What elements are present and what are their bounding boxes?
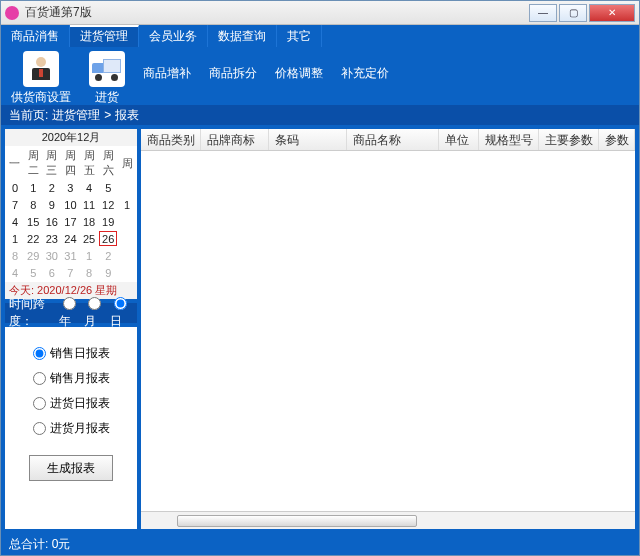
col-header[interactable]: 商品类别: [141, 129, 201, 150]
tab-3[interactable]: 数据查询: [208, 25, 277, 47]
tab-1[interactable]: 进货管理: [70, 25, 139, 47]
close-button[interactable]: ✕: [589, 4, 635, 22]
calendar-day[interactable]: 16: [44, 214, 61, 229]
report-option-3[interactable]: 进货月报表: [33, 420, 110, 437]
col-header[interactable]: 参数: [599, 129, 635, 150]
calendar-day[interactable]: 25: [81, 231, 98, 246]
reprice-button[interactable]: 补充定价: [341, 51, 389, 82]
calendar-day[interactable]: 1: [7, 231, 23, 246]
calendar-day[interactable]: 31: [62, 248, 79, 263]
calendar-day[interactable]: 8: [7, 248, 23, 263]
calendar-day[interactable]: 2: [99, 248, 117, 263]
tab-4[interactable]: 其它: [277, 25, 322, 47]
calendar-day[interactable]: 1: [81, 248, 98, 263]
calendar-day[interactable]: 24: [62, 231, 79, 246]
supplier-label: 供货商设置: [11, 89, 71, 106]
calendar-day[interactable]: [119, 180, 135, 195]
calendar-day[interactable]: 19: [99, 214, 117, 229]
report-option-0[interactable]: 销售日报表: [33, 345, 110, 362]
calendar-day[interactable]: 23: [44, 231, 61, 246]
scroll-thumb[interactable]: [177, 515, 417, 527]
span-year[interactable]: 年: [59, 297, 82, 330]
generate-report-button[interactable]: 生成报表: [29, 455, 113, 481]
price-adjust-button[interactable]: 价格调整: [275, 51, 323, 82]
report-type-panel: 销售日报表销售月报表进货日报表进货月报表生成报表: [5, 327, 137, 529]
span-label: 时间跨度：: [9, 296, 57, 330]
breadcrumb: 当前页: 进货管理 > 报表: [1, 105, 639, 125]
report-option-2[interactable]: 进货日报表: [33, 395, 110, 412]
horizontal-scrollbar[interactable]: [141, 511, 635, 529]
minimize-button[interactable]: —: [529, 4, 557, 22]
split-product-button[interactable]: 商品拆分: [209, 51, 257, 82]
col-header[interactable]: 条码: [269, 129, 347, 150]
total-value: 0元: [52, 536, 71, 553]
col-header[interactable]: 品牌商标: [201, 129, 269, 150]
tab-0[interactable]: 商品消售: [1, 25, 70, 47]
calendar-day[interactable]: 8: [25, 197, 42, 212]
stockin-button[interactable]: 进货: [89, 51, 125, 106]
calendar-day[interactable]: [119, 231, 135, 246]
calendar-day[interactable]: 7: [7, 197, 23, 212]
calendar[interactable]: 2020年12月 一周二周三周四周五周六周0123457891011121415…: [5, 129, 137, 299]
calendar-day[interactable]: 8: [81, 265, 98, 280]
maximize-button[interactable]: ▢: [559, 4, 587, 22]
calendar-day[interactable]: 12: [99, 197, 117, 212]
crumb-section[interactable]: 进货管理: [52, 107, 100, 124]
calendar-day[interactable]: 17: [62, 214, 79, 229]
calendar-day[interactable]: 3: [62, 180, 79, 195]
tab-2[interactable]: 会员业务: [139, 25, 208, 47]
status-bar: 总合计: 0元: [1, 533, 639, 555]
col-header[interactable]: 规格型号: [479, 129, 539, 150]
calendar-day[interactable]: [119, 265, 135, 280]
calendar-day[interactable]: 26: [99, 231, 117, 246]
calendar-day[interactable]: 11: [81, 197, 98, 212]
calendar-day[interactable]: 4: [7, 265, 23, 280]
calendar-day[interactable]: 30: [44, 248, 61, 263]
calendar-day[interactable]: 18: [81, 214, 98, 229]
person-icon: [23, 51, 59, 87]
calendar-day[interactable]: 5: [25, 265, 42, 280]
calendar-day[interactable]: 7: [62, 265, 79, 280]
calendar-day[interactable]: 9: [99, 265, 117, 280]
calendar-day[interactable]: 1: [119, 197, 135, 212]
add-stock-button[interactable]: 商品增补: [143, 51, 191, 82]
truck-icon: [89, 51, 125, 87]
calendar-day[interactable]: 9: [44, 197, 61, 212]
calendar-day[interactable]: 2: [44, 180, 61, 195]
main-tabs: 商品消售进货管理会员业务数据查询其它: [1, 25, 639, 47]
calendar-day[interactable]: 22: [25, 231, 42, 246]
calendar-day[interactable]: 10: [62, 197, 79, 212]
stockin-label: 进货: [95, 89, 119, 106]
col-header[interactable]: 主要参数: [539, 129, 599, 150]
calendar-month: 2020年12月: [5, 129, 137, 146]
window-title: 百货通第7版: [25, 4, 527, 21]
report-option-1[interactable]: 销售月报表: [33, 370, 110, 387]
toolbar: 供货商设置 进货 商品增补 商品拆分 价格调整 补充定价: [1, 47, 639, 105]
crumb-page: 报表: [115, 107, 139, 124]
calendar-day[interactable]: 4: [7, 214, 23, 229]
calendar-day[interactable]: 4: [81, 180, 98, 195]
total-label: 总合计:: [9, 536, 48, 553]
span-month[interactable]: 月: [84, 297, 107, 330]
col-header[interactable]: 商品名称: [347, 129, 439, 150]
calendar-day[interactable]: 5: [99, 180, 117, 195]
calendar-day[interactable]: 29: [25, 248, 42, 263]
data-grid: 商品类别品牌商标条码商品名称单位规格型号主要参数参数: [141, 129, 635, 529]
calendar-day[interactable]: 6: [44, 265, 61, 280]
span-day[interactable]: 日: [110, 297, 133, 330]
grid-header: 商品类别品牌商标条码商品名称单位规格型号主要参数参数: [141, 129, 635, 151]
calendar-day[interactable]: [119, 214, 135, 229]
col-header[interactable]: 单位: [439, 129, 479, 150]
app-icon: [5, 6, 19, 20]
calendar-day[interactable]: 15: [25, 214, 42, 229]
grid-body[interactable]: [141, 151, 635, 511]
title-bar: 百货通第7版 — ▢ ✕: [1, 1, 639, 25]
time-span-bar: 时间跨度： 年 月 日: [5, 303, 137, 323]
calendar-day[interactable]: [119, 248, 135, 263]
calendar-day[interactable]: 1: [25, 180, 42, 195]
supplier-settings-button[interactable]: 供货商设置: [11, 51, 71, 106]
calendar-day[interactable]: 0: [7, 180, 23, 195]
